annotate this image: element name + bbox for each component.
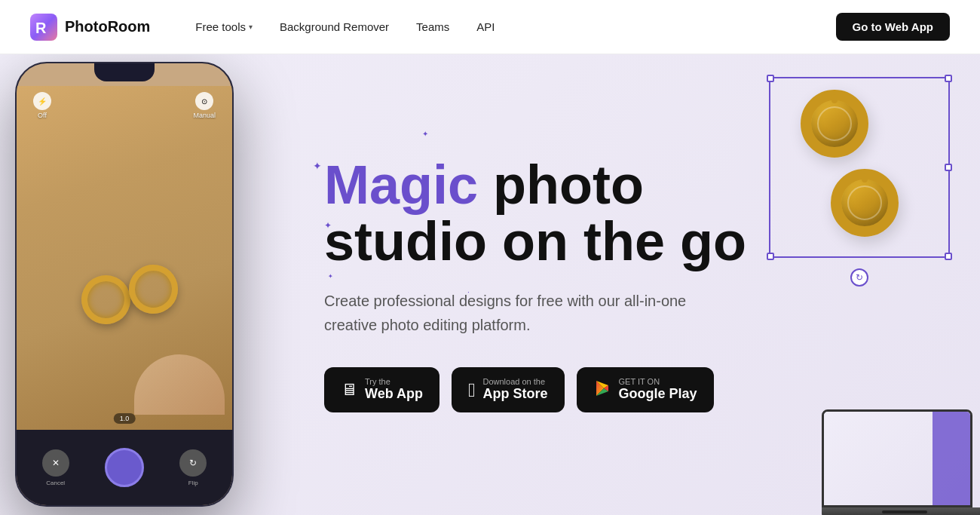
phone-bottom-bar: ✕ Cancel ↻ Flip: [17, 430, 232, 505]
phone-device: ⚡ Off ⊙ Manual 1.0 ✕ Cancel: [15, 62, 234, 507]
corner-handle-tl: [767, 75, 774, 82]
hero-title: Magic photo studio on the go: [324, 157, 761, 271]
laptop-base: [822, 507, 980, 515]
corner-handle-br: [945, 253, 952, 260]
app-store-small-text: Download on the: [483, 378, 546, 386]
chevron-down-icon: ▾: [249, 23, 253, 31]
nav-free-tools[interactable]: Free tools ▾: [195, 20, 253, 33]
phone-screen: ⚡ Off ⊙ Manual 1.0 ✕ Cancel: [17, 63, 232, 505]
hero-subtitle: Create professional designs for free wit…: [324, 289, 701, 337]
earring-stud-1: [831, 94, 838, 103]
product-earring-2: [831, 169, 906, 244]
go-to-web-app-button[interactable]: Go to Web App: [836, 13, 950, 41]
flip-label: Flip: [188, 480, 198, 486]
phone-top-bar: ⚡ Off ⊙ Manual: [24, 86, 225, 125]
phone-flash-icon: ⚡: [33, 92, 51, 110]
product-preview: ↻: [754, 77, 965, 273]
phone-cancel-button[interactable]: ✕ Cancel: [42, 449, 69, 486]
corner-handle-bl: [767, 253, 774, 260]
try-web-app-button[interactable]: 🖥 Try the Web App: [324, 367, 439, 413]
apple-icon: : [468, 380, 476, 400]
laptop-sidebar: [933, 412, 970, 505]
phone-hand: [134, 354, 225, 415]
mid-handle-right: [945, 164, 952, 171]
earring-ring-2: [831, 169, 899, 237]
logo-link[interactable]: R PhotoRoom: [30, 14, 150, 41]
product-earring-1: [801, 90, 876, 165]
web-app-small-text: Try the: [365, 378, 390, 386]
google-play-big-text: Google Play: [619, 386, 697, 403]
phone-earring-right: [125, 261, 182, 317]
google-play-small-text: GET IT ON: [619, 378, 660, 386]
navbar: R PhotoRoom Free tools ▾ Background Remo…: [0, 0, 980, 54]
nav-api[interactable]: API: [476, 20, 495, 33]
monitor-icon: 🖥: [341, 382, 357, 398]
cta-buttons-group: 🖥 Try the Web App  Download on the App …: [324, 367, 761, 413]
earring-ring-1: [801, 90, 868, 158]
flip-icon: ↻: [179, 449, 207, 477]
rotate-handle: ↻: [850, 268, 868, 287]
phone-settings-icon: ⊙: [195, 92, 213, 110]
laptop-preview: [822, 409, 980, 515]
zoom-badge: 1.0: [114, 413, 136, 424]
cancel-label: Cancel: [46, 480, 65, 486]
shutter-icon: [105, 448, 144, 487]
nav-links: Free tools ▾ Background Remover Teams AP…: [195, 20, 835, 33]
sparkle-icon-2: ✦: [422, 130, 428, 138]
sparkle-icon-1: ✦: [313, 160, 322, 172]
phone-flip-button[interactable]: ↻ Flip: [179, 449, 207, 486]
hero-content: Magic photo studio on the go Create prof…: [324, 157, 761, 413]
product-frame: ↻: [769, 77, 950, 258]
laptop-screen-inner: [824, 412, 970, 505]
google-play-icon: [593, 379, 611, 400]
phone-shutter-button[interactable]: [105, 448, 144, 487]
phone-earring-left: [75, 268, 137, 331]
phone-mockup: ⚡ Off ⊙ Manual 1.0 ✕ Cancel: [0, 54, 294, 515]
hero-title-magic: Magic: [324, 155, 478, 215]
nav-background-remover[interactable]: Background Remover: [280, 20, 389, 33]
web-app-big-text: Web App: [365, 386, 423, 403]
nav-teams[interactable]: Teams: [416, 20, 449, 33]
phone-photo: [17, 86, 232, 430]
logo-text: PhotoRoom: [65, 18, 150, 35]
earring-stud-2: [862, 173, 868, 182]
phone-off-label: Off: [38, 112, 47, 119]
corner-handle-tr: [945, 75, 952, 82]
hero-section: ✦ ✦ ✦ · · ✦ ⚡ Off ⊙ Ma: [0, 54, 980, 515]
laptop-screen: [822, 409, 972, 507]
get-google-play-button[interactable]: GET IT ON Google Play: [577, 367, 714, 413]
logo-icon: R: [30, 14, 57, 41]
phone-notch: [94, 63, 155, 81]
app-store-big-text: App Store: [483, 386, 548, 403]
svg-text:R: R: [35, 20, 47, 36]
cancel-icon: ✕: [42, 449, 69, 477]
phone-manual-label: Manual: [193, 112, 216, 119]
download-app-store-button[interactable]:  Download on the App Store: [452, 367, 565, 413]
